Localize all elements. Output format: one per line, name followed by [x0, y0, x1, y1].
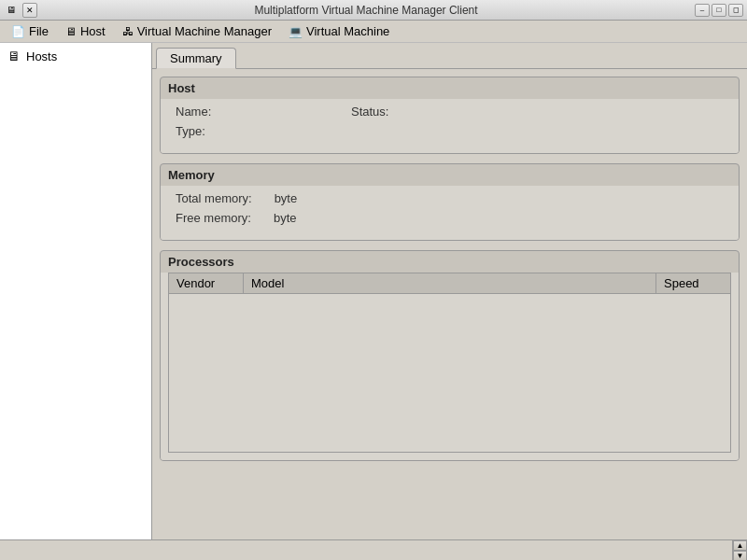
minimize-button[interactable]: –: [695, 4, 710, 17]
close-button[interactable]: ✕: [22, 3, 37, 18]
hosts-icon: 🖥: [7, 49, 21, 63]
menu-virtual-machine-label: Virtual Machine: [306, 24, 389, 38]
menu-virtual-machine[interactable]: 💻 Virtual Machine: [281, 22, 397, 40]
vm-manager-icon: 🖧: [122, 25, 134, 38]
processors-table-header-row: Vendor Model Speed: [169, 273, 731, 294]
status-bar: ▲ ▼: [0, 539, 747, 560]
column-speed: Speed: [656, 273, 731, 294]
host-icon: 🖥: [65, 25, 77, 38]
menu-file-label: File: [29, 24, 49, 38]
host-type-label: Type:: [176, 124, 250, 138]
scrollbar-vertical[interactable]: ▲ ▼: [732, 540, 747, 560]
sidebar: 🖥 Hosts: [0, 43, 152, 539]
host-type-row: Type:: [176, 124, 724, 138]
column-vendor: Vendor: [169, 273, 244, 294]
total-memory-row: Total memory: byte: [176, 191, 724, 205]
processors-table-body: [168, 294, 731, 453]
processors-section: Processors Vendor Model Speed: [160, 250, 740, 461]
window-title: Multiplatform Virtual Machine Manager Cl…: [37, 4, 695, 17]
menu-vm-manager[interactable]: 🖧 Virtual Machine Manager: [115, 22, 279, 40]
menu-host-label: Host: [80, 24, 106, 38]
menu-vm-manager-label: Virtual Machine Manager: [137, 24, 272, 38]
host-name-status-row: Name: Status:: [176, 105, 724, 119]
menu-host[interactable]: 🖥 Host: [58, 22, 113, 40]
column-model: Model: [244, 273, 656, 294]
tab-summary-label: Summary: [170, 51, 222, 65]
host-status-label: Status:: [351, 105, 426, 119]
tab-summary[interactable]: Summary: [156, 48, 236, 69]
host-section-body: Name: Status: Type:: [161, 99, 739, 153]
title-bar-left: 🖥 ✕: [4, 3, 37, 18]
scroll-down-button[interactable]: ▼: [733, 551, 747, 560]
restore-button[interactable]: ◻: [728, 4, 743, 17]
processors-table: Vendor Model Speed: [168, 273, 731, 294]
sidebar-item-hosts-label: Hosts: [26, 49, 57, 63]
tab-bar: Summary: [152, 43, 747, 68]
menu-bar: 📄 File 🖥 Host 🖧 Virtual Machine Manager …: [0, 21, 747, 43]
main-content: 🖥 Hosts Summary Host Name: Status:: [0, 43, 747, 539]
host-section: Host Name: Status: Type:: [160, 77, 740, 154]
sidebar-item-hosts[interactable]: 🖥 Hosts: [4, 47, 148, 65]
title-bar-controls: – □ ◻: [695, 4, 743, 17]
host-name-label: Name:: [176, 105, 250, 119]
tab-content-summary: Host Name: Status: Type: Memory: [152, 68, 747, 539]
processors-table-head: Vendor Model Speed: [169, 273, 731, 294]
free-memory-value: byte: [274, 211, 297, 225]
menu-file[interactable]: 📄 File: [4, 22, 56, 40]
app-icon: 🖥: [4, 3, 19, 18]
maximize-button[interactable]: □: [712, 4, 726, 17]
title-bar: 🖥 ✕ Multiplatform Virtual Machine Manage…: [0, 0, 747, 21]
scroll-up-button[interactable]: ▲: [733, 540, 747, 551]
memory-section: Memory Total memory: byte Free memory: b…: [160, 163, 740, 241]
processors-table-container: Vendor Model Speed: [161, 273, 739, 460]
memory-section-body: Total memory: byte Free memory: byte: [161, 186, 739, 240]
memory-section-title: Memory: [161, 164, 739, 186]
virtual-machine-icon: 💻: [289, 25, 303, 38]
total-memory-value: byte: [275, 191, 298, 205]
right-panel: Summary Host Name: Status: Type:: [152, 43, 747, 539]
host-section-title: Host: [161, 77, 739, 99]
total-memory-label: Total memory:: [176, 191, 252, 205]
free-memory-row: Free memory: byte: [176, 211, 724, 225]
processors-section-title: Processors: [161, 251, 739, 273]
free-memory-label: Free memory:: [176, 211, 251, 225]
file-icon: 📄: [11, 25, 25, 38]
